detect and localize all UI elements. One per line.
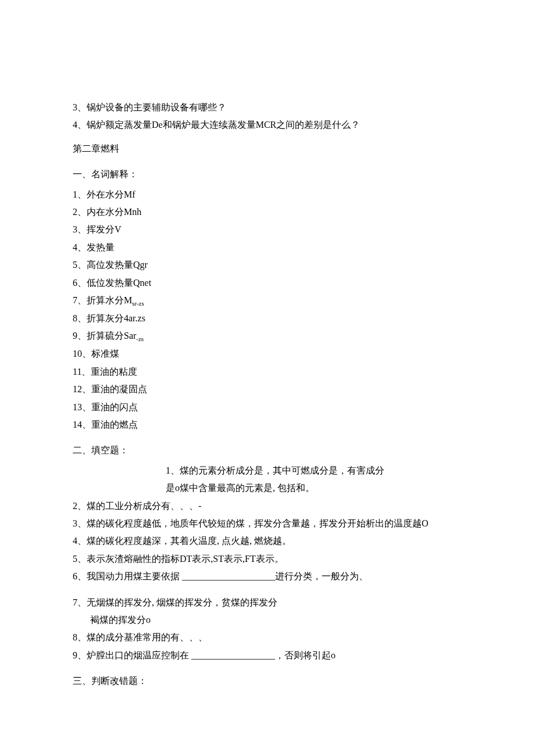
text-run: 7、折算水分M <box>73 295 132 305</box>
term-item: 4、发热量 <box>73 239 465 256</box>
term-item: 1、外在水分Mf <box>73 186 465 203</box>
blank-underline: __________________ <box>191 650 275 660</box>
term-item: 12、重油的凝固点 <box>73 381 465 398</box>
fill-blank-item-cont: 褐煤的挥发分o <box>73 611 465 629</box>
term-item: 14、重油的燃点 <box>73 416 465 433</box>
text-run: ，否则将引起o <box>275 650 336 660</box>
fill-blank-item: 1、煤的元素分析成分是，其中可燃成分是，有害成分 <box>166 462 465 479</box>
question-item: 4、锅炉额定蒸发量De和锅炉最大连续蒸发量MCR之间的差别是什么？ <box>73 116 465 134</box>
section-heading: 一、名词解释： <box>73 166 465 183</box>
spacer <box>73 586 465 594</box>
text-run: 6、我国动力用煤主要依据 <box>73 571 182 581</box>
term-item: 3、挥发分V <box>73 221 465 238</box>
fill-blank-item: 3、煤的碳化程度越低，地质年代较短的煤，挥发分含量越，挥发分开始析出的温度越O <box>73 515 465 532</box>
blank-underline: ____________________ <box>182 571 275 581</box>
fill-blank-item: 是o煤中含量最高的元素是, 包括和。 <box>166 479 465 497</box>
term-item: 7、折算水分Msr-zs <box>73 292 465 310</box>
term-item: 9、折算硫分Sar-zs <box>73 327 465 345</box>
fill-blank-item: 8、煤的成分基准常用的有、、、 <box>73 629 465 646</box>
term-item: 8、折算灰分4ar.zs <box>73 310 465 327</box>
fill-blank-item: 4、煤的碳化程度越深，其着火温度, 点火越, 燃烧越。 <box>73 532 465 550</box>
fill-blank-item: 2、煤的工业分析成分有、、、- <box>73 497 465 515</box>
text-run: 9、炉膛出口的烟温应控制在 <box>73 650 191 660</box>
section-heading: 三、判断改错题： <box>73 672 465 690</box>
fill-blank-item: 9、炉膛出口的烟温应控制在 __________________，否则将引起o <box>73 647 465 664</box>
document-page: 3、锅炉设备的主要辅助设备有哪些？ 4、锅炉额定蒸发量De和锅炉最大连续蒸发量M… <box>0 0 535 750</box>
term-item: 13、重油的闪点 <box>73 399 465 416</box>
text-run: 9、折算硫分Sar <box>73 331 136 341</box>
term-item: 6、低位发热量Qnet <box>73 274 465 292</box>
section-heading: 二、填空题： <box>73 442 465 459</box>
subscript: -zs <box>136 336 144 343</box>
subscript: sr-zs <box>132 300 144 307</box>
chapter-title: 第二章燃料 <box>73 140 465 157</box>
term-item: 2、内在水分Mnh <box>73 203 465 221</box>
term-item: 5、高位发热量Qgr <box>73 256 465 274</box>
text-run: 进行分类，一般分为、 <box>275 571 368 581</box>
fill-blank-item: 7、无烟煤的挥发分, 烟煤的挥发分，贫煤的挥发分 <box>73 594 465 611</box>
fill-blank-block: 1、煤的元素分析成分是，其中可燃成分是，有害成分 是o煤中含量最高的元素是, 包… <box>73 462 465 497</box>
term-item: 11、重油的粘度 <box>73 363 465 381</box>
term-item: 10、标准煤 <box>73 345 465 363</box>
question-item: 3、锅炉设备的主要辅助设备有哪些？ <box>73 99 465 116</box>
fill-blank-item: 6、我国动力用煤主要依据 ____________________进行分类，一般… <box>73 568 465 585</box>
fill-blank-item: 5、表示灰渣熔融性的指标DT表示,ST表示,FT表示。 <box>73 550 465 568</box>
